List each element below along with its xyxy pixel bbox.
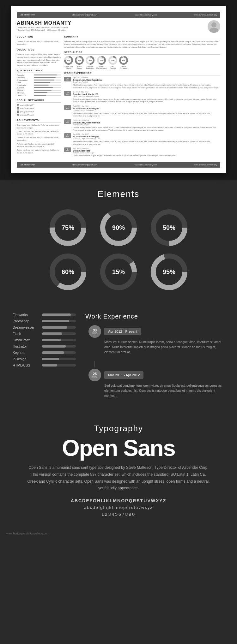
skill-html-css: HTML/CSS [17, 94, 61, 96]
circles-row-1: 75% 90% 50% [13, 209, 224, 247]
work-item-3: 17MOS Feb 2009 - Jul 2010 Sr. User Inter… [64, 105, 220, 117]
lowercase-alphabet: abcdefghijklmnopqrstuvwxyz [13, 505, 224, 510]
specialty-ab-testing: 15% A/BTesting [108, 56, 117, 69]
work-desc-2: Sed volutpat condimentum lorem vitae, vi… [88, 383, 224, 398]
svg-point-1 [210, 28, 218, 33]
objectives-text: Morbi vel cursus sapien. Nunc turpis lor… [17, 53, 61, 67]
objectives-section: Objectives Morbi vel cursus sapien. Nunc… [17, 48, 61, 67]
specialty-interaction: 75% InteractionDesign [64, 56, 73, 69]
skills-work-section: Fireworks Photoshop Dreamweaver Flash Om… [0, 307, 237, 414]
specialty-visual: 90% VisualDesign [75, 56, 84, 69]
uppercase-alphabet: ABCDEFGHIJKLMNOPQRSTUVWXYZ [13, 498, 224, 503]
social-networks-section: Social Networks g+ goo.gl/MLpmjW in goo.… [17, 99, 61, 116]
skill-fireworks: Fireworks [17, 74, 61, 76]
footer-website: www.abinashmohanty.com [135, 164, 157, 166]
achievements-title: Achievements [17, 119, 61, 122]
specialty-project: 60% ProjectManagement [96, 56, 106, 69]
work-desc-1: Morbi vel cursus sapien. Nunc turpis lor… [88, 340, 224, 355]
footer-website-url: www.heritagechristiancollege.com [6, 532, 49, 535]
footer-behance: www.behance.net/mohanty [194, 164, 217, 166]
resume-work-section: Work Experience 33MOS Apr 2012 - Present… [64, 72, 220, 157]
svg-text:90%: 90% [112, 224, 125, 231]
social-gplus: g+ goo.gl/MLpmjW [17, 104, 61, 106]
work-item-4: 16MOS Oct 2007 - Feb 2009 Design Lead, U… [64, 119, 220, 132]
timeline-row-2: 25 MOS Mar 2011 - Apr 2012 [88, 369, 224, 381]
resume-work-title: Work Experience [64, 72, 220, 75]
timeline-item-2: 25 MOS Mar 2011 - Apr 2012 Sed volutpat … [85, 369, 224, 398]
footer-email: abinash.mohanty@gmail.com [72, 164, 97, 166]
skill-keynote: Keynote [17, 89, 61, 91]
skill-row-flash: Flash [13, 332, 76, 336]
skill-row-photoshop: Photoshop [13, 319, 76, 323]
resume-website: www.abinashmohanty.com [135, 14, 157, 16]
donut-75: 75% [49, 209, 87, 247]
resume-body: Education Phasellus sodales eros odio, a… [17, 35, 220, 159]
resume-phone: +91 98980 98980 [20, 14, 35, 16]
software-tools-section: Software Tools Fireworks Photoshop Dream… [17, 69, 61, 96]
social-twitter: t goo.gl/6VcYUyY [17, 110, 61, 113]
objectives-title: Objectives [17, 48, 61, 52]
social-networks-title: Social Networks [17, 99, 61, 103]
skill-row-illustrator: Illustrator [13, 344, 76, 348]
achievements-text: Et a massa eros. Nulla odio. Nulla conse… [17, 124, 61, 129]
svg-text:15%: 15% [112, 268, 125, 275]
skills-column: Fireworks Photoshop Dreamweaver Flash Om… [13, 313, 76, 405]
typography-heading: Typography [13, 424, 224, 433]
resume-name: ABINASH MOHANTY [17, 20, 71, 26]
summary-section: Summary In vestibulum, metus ut dapibus … [64, 35, 220, 48]
svg-text:75%: 75% [62, 224, 74, 231]
work-date-label-1: Apr 2012 - Present [104, 328, 141, 335]
svg-text:50%: 50% [163, 224, 175, 231]
resume-paper: +91 98980 98980 abinash.mohanty@gmail.co… [11, 6, 226, 173]
skill-flash: Flash [17, 82, 61, 84]
social-linkedin: in goo.gl/pWk83v1 [17, 107, 61, 110]
numbers-display: 1234567890 [13, 512, 224, 517]
software-tools-title: Software Tools [17, 69, 61, 73]
skill-omnigraffe: OmniGraffe [17, 84, 61, 86]
circles-row-2: 60% 15% 95% [13, 253, 224, 291]
timeline-row-1: 33 MOS Apr 2012 - Present [88, 325, 224, 338]
skill-row-dreamweaver: Dreamweaver [13, 325, 76, 329]
resume-email: abinash.mohanty@gmail.com [72, 14, 97, 16]
skill-photoshop: Photoshop [17, 77, 61, 79]
skill-row-fireworks: Fireworks [13, 313, 76, 317]
skill-illustrator: Illustrator [17, 87, 61, 89]
skill-row-keynote: Keynote [13, 351, 76, 355]
svg-point-0 [211, 22, 216, 27]
timeline-connector [94, 361, 95, 367]
specialty-heuristic: 50% HeuristicEvaluation [86, 56, 94, 69]
avatar [208, 20, 220, 33]
skill-row-html-css: HTML/CSS [13, 363, 76, 367]
education-section: Education Phasellus sodales eros odio, a… [17, 35, 61, 46]
skill-row-omnigraffe: OmniGraffe [13, 338, 76, 342]
work-item-2: 20MOS Jul 2010 - Mar 2012 Creative Head,… [64, 91, 220, 103]
resume-footer-bar: +91 98980 98980 abinash.mohanty@gmail.co… [17, 162, 220, 168]
skill-indesign: InDesign [17, 92, 61, 94]
resume-title2: • Creative Head, UX @silvertouch • UI De… [17, 29, 71, 31]
education-text: Phasellus sodales eros odio, ac fermentu… [17, 40, 61, 46]
timeline-badge-2: 25 MOS [88, 369, 101, 381]
work-date-label-2: Mar 2011 - Apr 2012 [104, 371, 143, 379]
summary-title: Summary [64, 35, 220, 39]
specialties-title: Specialties [64, 51, 220, 55]
work-item-1: 33MOS Apr 2012 - Present Design Lead, Us… [64, 77, 220, 89]
resume-title1: Design Lead @Quikr User Experience • Soc… [17, 27, 71, 28]
social-gplus2: g+ goo.gl/V6RNVxi [17, 114, 61, 116]
work-column: Work Experience 33 MOS Apr 2012 - Presen… [85, 313, 224, 405]
elements-section: Elements 75% 90% 50% [0, 180, 237, 307]
donut-90: 90% [100, 209, 137, 247]
timeline-item-1: 33 MOS Apr 2012 - Present Morbi vel curs… [85, 325, 224, 355]
resume-behance: www.behance.net/mohanty [194, 14, 217, 16]
specialties-section: Specialties 75% InteractionDesign 90% Vi… [64, 51, 220, 69]
font-name-display: Open Sans [13, 437, 224, 459]
specialties-row: 75% InteractionDesign 90% VisualDesign 5… [64, 56, 220, 69]
work-item-6: 5MOS Aug 2005 - Jan 2006 Design Associat… [64, 147, 220, 157]
work-item-5: 21MOS Jan 2006 - Oct 2007 Sr. User Inter… [64, 133, 220, 146]
resume-left-col: Education Phasellus sodales eros odio, a… [17, 35, 61, 159]
achievements-section: Achievements Et a massa eros. Nulla odio… [17, 119, 61, 154]
work-section-heading: Work Experience [85, 313, 224, 320]
resume-container: +91 98980 98980 abinash.mohanty@gmail.co… [0, 0, 237, 180]
timeline-badge-1: 33 MOS [88, 325, 101, 338]
donut-95: 95% [150, 253, 188, 291]
donut-50: 50% [150, 209, 188, 247]
